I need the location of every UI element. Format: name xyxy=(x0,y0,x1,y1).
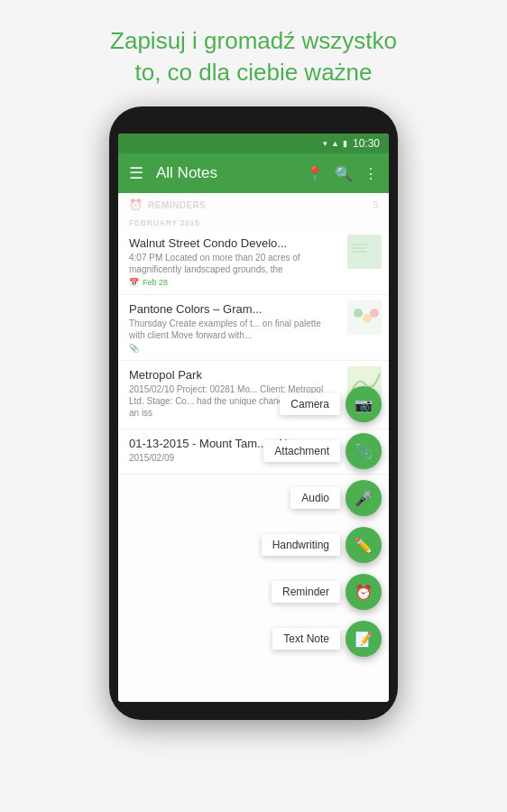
attachment-icon: 📎 xyxy=(355,443,373,460)
phone-wrapper: ▾ ▲ ▮ 10:30 ☰ All Notes 📍 🔍 ⋮ xyxy=(109,106,398,720)
headline: Zapisuj i gromadź wszystkoto, co dla cie… xyxy=(74,0,433,106)
reminder-label: Reminder xyxy=(272,581,340,603)
text-note-fab-button[interactable]: 📝 xyxy=(346,621,382,657)
fab-menu-item-camera[interactable]: Camera 📷 xyxy=(280,386,382,422)
note-icon: 📝 xyxy=(355,631,373,648)
svg-rect-1 xyxy=(353,244,369,245)
note-meta: 📎 xyxy=(129,344,378,353)
text-note-label: Text Note xyxy=(272,628,340,650)
camera-fab-button[interactable]: 📷 xyxy=(346,386,382,422)
alarm-icon: ⏰ xyxy=(355,584,373,601)
toolbar-actions: 📍 🔍 ⋮ xyxy=(306,165,378,182)
reminder-fab-button[interactable]: ⏰ xyxy=(346,574,382,610)
wifi-icon: ▾ xyxy=(323,139,327,148)
page-wrapper: Zapisuj i gromadź wszystkoto, co dla cie… xyxy=(0,0,507,812)
svg-rect-2 xyxy=(353,247,365,249)
list-item[interactable]: Pantone Colors – Gram... Thursday Create… xyxy=(118,295,389,361)
list-item[interactable]: Walnut Street Condo Develo... 4:07 PM Lo… xyxy=(118,229,389,295)
month-label: FEBRUARY 2015 xyxy=(118,215,389,229)
reminders-section-header: ⏰ REMINDERS 5 xyxy=(118,193,389,215)
note-thumbnail-1 xyxy=(347,235,382,269)
audio-label: Audio xyxy=(290,487,340,509)
fab-menu-item-attachment[interactable]: Attachment 📎 xyxy=(263,433,382,469)
battery-icon: ▮ xyxy=(343,139,347,148)
attachment-fab-button[interactable]: 📎 xyxy=(346,433,382,469)
reminders-icon: ⏰ xyxy=(129,198,143,211)
status-bar: ▾ ▲ ▮ 10:30 xyxy=(118,134,389,153)
status-icons: ▾ ▲ ▮ xyxy=(323,139,347,148)
calendar-icon: 📅 xyxy=(129,278,139,287)
pen-icon: ✏️ xyxy=(355,537,373,554)
note-title: Walnut Street Condo Develo... xyxy=(129,236,378,250)
svg-point-7 xyxy=(370,309,379,318)
menu-icon[interactable]: ☰ xyxy=(129,163,143,183)
note-meta: 📅 Feb 28 xyxy=(129,278,378,287)
fab-menu-item-audio[interactable]: Audio 🎤 xyxy=(290,480,382,516)
fab-menu-item-handwriting[interactable]: Handwriting ✏️ xyxy=(262,527,382,563)
fab-menu-item-text-note[interactable]: Text Note 📝 xyxy=(272,621,382,657)
status-time: 10:30 xyxy=(353,137,380,150)
fab-menu-item-reminder[interactable]: Reminder ⏰ xyxy=(272,574,382,610)
content-area: ⏰ REMINDERS 5 FEBRUARY 2015 Walnut Stree… xyxy=(118,193,389,702)
handwriting-label: Handwriting xyxy=(262,534,340,556)
microphone-icon: 🎤 xyxy=(355,490,373,507)
note-title: Metropol Park xyxy=(129,368,378,382)
note-thumbnail-2 xyxy=(347,300,382,335)
reminders-label: REMINDERS xyxy=(148,200,207,210)
pin-icon[interactable]: 📍 xyxy=(306,165,324,182)
more-icon[interactable]: ⋮ xyxy=(364,165,378,182)
note-title: Pantone Colors – Gram... xyxy=(129,302,378,316)
toolbar-title: All Notes xyxy=(156,164,306,182)
signal-icon: ▲ xyxy=(331,139,339,148)
app-toolbar: ☰ All Notes 📍 🔍 ⋮ xyxy=(118,153,389,193)
svg-point-5 xyxy=(354,309,363,318)
camera-icon: 📷 xyxy=(355,396,373,413)
note-body: Thursday Create examples of t... on fina… xyxy=(129,318,378,341)
handwriting-fab-button[interactable]: ✏️ xyxy=(346,527,382,563)
reminders-count: 5 xyxy=(373,200,378,210)
camera-label: Camera xyxy=(280,393,340,415)
search-icon[interactable]: 🔍 xyxy=(335,165,353,182)
note-date: Feb 28 xyxy=(143,278,168,287)
attachment-icon: 📎 xyxy=(129,344,139,353)
audio-fab-button[interactable]: 🎤 xyxy=(346,480,382,516)
svg-rect-3 xyxy=(353,251,367,253)
phone-screen: ▾ ▲ ▮ 10:30 ☰ All Notes 📍 🔍 ⋮ xyxy=(118,134,389,702)
attachment-label: Attachment xyxy=(263,440,340,462)
phone-body: ▾ ▲ ▮ 10:30 ☰ All Notes 📍 🔍 ⋮ xyxy=(109,106,398,720)
note-body: 4:07 PM Located on more than 20 acres of… xyxy=(129,252,378,275)
svg-point-6 xyxy=(363,314,372,323)
